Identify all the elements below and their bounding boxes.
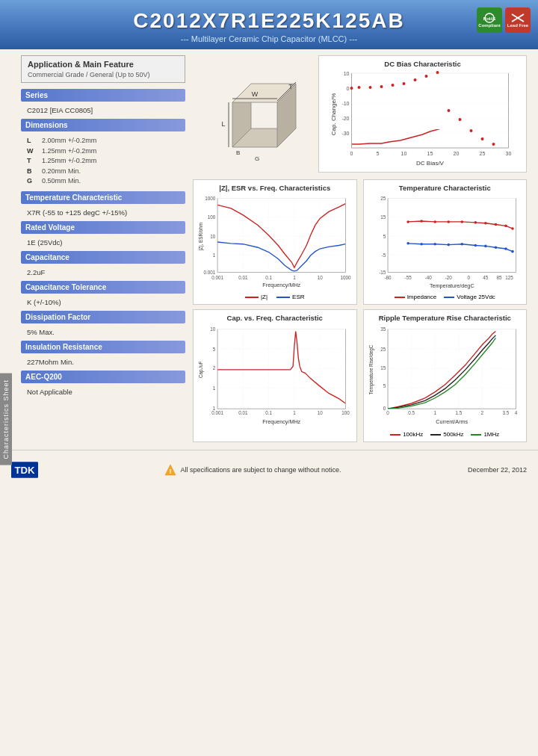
svg-text:25: 25: [380, 196, 386, 201]
dissipation-value: 5% Max.: [21, 326, 185, 341]
header-badges: RoHS Compliant Lead Free: [477, 7, 531, 33]
svg-point-100: [420, 220, 423, 223]
svg-point-51: [481, 137, 484, 140]
dimensions-header: Dimensions: [21, 119, 185, 131]
svg-text:-10: -10: [341, 101, 349, 106]
svg-text:!: !: [170, 468, 172, 475]
svg-point-107: [504, 225, 507, 228]
left-panel: Application & Main Feature Commercial Gr…: [21, 55, 185, 442]
svg-text:T: T: [288, 83, 293, 90]
svg-text:15: 15: [380, 214, 386, 220]
svg-point-48: [448, 109, 451, 112]
temp-characteristic-chart: Temperature Characteristic 25 15 5 -5 -1…: [363, 179, 528, 305]
svg-point-101: [433, 220, 436, 223]
svg-text:Current/Arms: Current/Arms: [436, 418, 468, 425]
svg-text:85: 85: [496, 275, 502, 280]
svg-text:TDK: TDK: [14, 465, 35, 476]
product-title: C2012X7R1E225K125AB: [45, 9, 493, 33]
svg-text:2: 2: [480, 410, 483, 415]
svg-point-118: [511, 250, 514, 253]
svg-text:10: 10: [210, 326, 216, 332]
ripple-temp-chart: Ripple Temperature Rise Characteristic: [363, 309, 528, 442]
svg-text:100: 100: [341, 410, 350, 415]
temp-char-value: X7R (-55 to +125 degC +/-15%): [21, 207, 185, 221]
mid-charts-row: |Z|, ESR vs. Freq. Characteristics: [193, 179, 527, 305]
cap-tolerance-value: K (+/-10%): [21, 297, 185, 311]
svg-text:5: 5: [377, 151, 380, 156]
svg-text:Temperature Rise/degC: Temperature Rise/degC: [368, 344, 374, 394]
impedance-chart: |Z|, ESR vs. Freq. Characteristics: [193, 179, 357, 305]
header: C2012X7R1E225K125AB --- Multilayer Ceram…: [0, 0, 538, 49]
dc-bias-chart: DC Bias Characteristic 10 0 -: [318, 55, 527, 173]
svg-text:Frequency/MHz: Frequency/MHz: [262, 282, 300, 288]
svg-point-50: [470, 129, 473, 132]
svg-point-115: [484, 245, 487, 248]
impedance-title: |Z|, ESR vs. Freq. Characteristics: [197, 184, 353, 192]
svg-text:1: 1: [293, 410, 296, 415]
bottom-charts-row: Cap. vs. Freq. Characteristic 10: [193, 309, 527, 442]
rohs-badge: RoHS Compliant: [477, 7, 502, 33]
svg-text:0.01: 0.01: [238, 275, 248, 280]
svg-text:-20: -20: [445, 275, 452, 280]
svg-text:0.1: 0.1: [265, 410, 272, 415]
svg-rect-78: [388, 198, 516, 272]
svg-text:DC Bias/V: DC Bias/V: [416, 160, 445, 167]
svg-point-117: [504, 247, 507, 250]
svg-text:1000: 1000: [340, 275, 351, 280]
svg-point-111: [433, 243, 436, 246]
svg-text:2: 2: [213, 365, 216, 371]
svg-point-109: [406, 242, 409, 245]
svg-text:10: 10: [318, 275, 324, 280]
svg-text:100: 100: [208, 214, 216, 220]
svg-text:5: 5: [383, 234, 386, 239]
svg-text:0: 0: [383, 406, 386, 411]
footer-notice: ! All specifications are subject to chan…: [164, 464, 341, 476]
svg-point-110: [420, 243, 423, 246]
svg-text:25: 25: [480, 151, 486, 156]
svg-text:0: 0: [350, 151, 353, 156]
svg-text:5: 5: [213, 347, 216, 352]
svg-text:0.001: 0.001: [211, 275, 223, 280]
svg-text:Cap./uF: Cap./uF: [198, 362, 204, 379]
svg-rect-145: [388, 329, 516, 409]
aec-header: AEC-Q200: [21, 371, 185, 383]
svg-text:25: 25: [380, 347, 386, 352]
svg-point-104: [474, 221, 477, 224]
side-label: Characteristics Sheet: [0, 374, 12, 465]
svg-text:-40: -40: [424, 275, 432, 280]
svg-text:1.5: 1.5: [455, 410, 462, 415]
capacitance-header: Capacitance: [21, 251, 185, 264]
app-feature-box: Application & Main Feature Commercial Gr…: [21, 55, 185, 83]
svg-text:-30: -30: [341, 131, 349, 136]
svg-text:30: 30: [506, 151, 512, 156]
svg-point-45: [414, 78, 417, 81]
svg-point-41: [369, 86, 372, 89]
svg-text:0.01: 0.01: [238, 410, 248, 415]
svg-text:1: 1: [213, 385, 216, 391]
svg-point-99: [406, 220, 409, 223]
svg-point-105: [484, 222, 487, 225]
aec-value: Not Applicable: [21, 386, 185, 400]
svg-text:15: 15: [427, 151, 433, 156]
svg-text:4: 4: [514, 410, 517, 415]
svg-point-106: [494, 223, 497, 226]
svg-text:45: 45: [483, 275, 489, 280]
rated-voltage-header: Rated Voltage: [21, 221, 185, 234]
footer-left: TDK: [11, 456, 38, 483]
svg-text:1: 1: [293, 275, 296, 280]
app-feature-value: Commercial Grade / General (Up to 50V): [28, 71, 179, 78]
svg-point-102: [447, 220, 450, 223]
dc-bias-title: DC Bias Characteristic: [323, 60, 522, 68]
lead-free-badge: Lead Free: [505, 7, 531, 33]
svg-text:0.001: 0.001: [211, 410, 223, 415]
series-header: Series: [21, 89, 185, 102]
svg-point-40: [358, 86, 361, 89]
svg-text:Frequency/MHz: Frequency/MHz: [262, 418, 300, 425]
svg-point-114: [474, 244, 477, 247]
svg-text:B: B: [236, 149, 240, 156]
svg-text:20: 20: [454, 151, 460, 156]
svg-rect-53: [217, 198, 345, 272]
svg-point-108: [511, 227, 514, 230]
svg-text:RoHS: RoHS: [483, 16, 495, 21]
svg-text:15: 15: [380, 365, 386, 371]
